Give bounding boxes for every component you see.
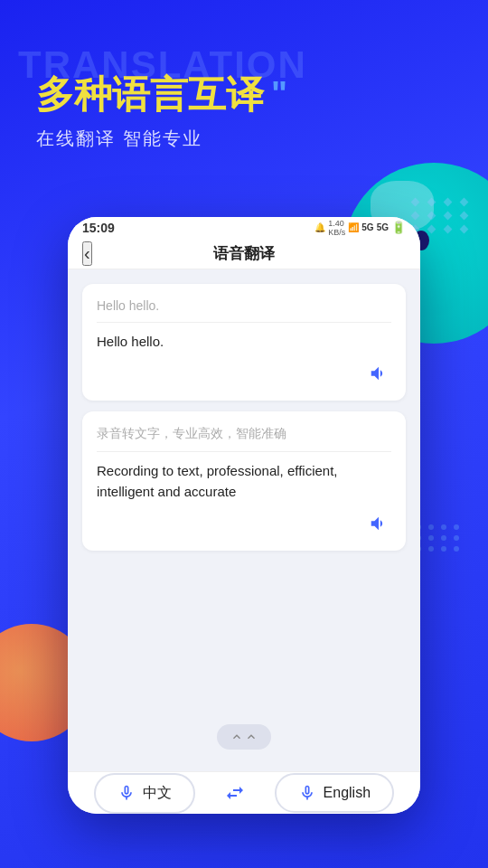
card2-input: 录音转文字，专业高效，智能准确 — [97, 426, 391, 452]
card1-input: Hello hello. — [97, 298, 391, 323]
back-button[interactable]: ‹ — [82, 241, 92, 266]
scroll-indicator — [82, 717, 406, 757]
speaker-icon-1 — [369, 363, 389, 383]
chinese-label: 中文 — [143, 784, 172, 803]
headline-text: 多种语言互译 — [36, 72, 264, 118]
blank-area — [82, 561, 406, 706]
hero-headline: 多种语言互译 " — [36, 72, 287, 118]
chinese-lang-button[interactable]: 中文 — [94, 773, 195, 814]
sim-icon: 📶 — [348, 222, 359, 232]
quote-marks: " — [271, 74, 287, 116]
chevron-up-icon — [230, 730, 244, 744]
app-content: Hello hello. Hello hello. 录音转文字，专业高效，智能准… — [68, 269, 420, 772]
translation-card-1: Hello hello. Hello hello. — [82, 284, 406, 401]
mic-icon-english — [298, 784, 316, 802]
card1-speaker-button[interactable] — [366, 361, 391, 386]
data-speed: 1.40KB/s — [328, 219, 345, 237]
card2-speaker-button[interactable] — [366, 511, 391, 536]
5g-label2: 5G — [377, 222, 389, 232]
card2-output: Recording to text, professional, efficie… — [97, 461, 391, 502]
card1-output: Hello hello. — [97, 332, 391, 353]
swap-languages-button[interactable] — [219, 777, 251, 809]
bottom-bar: 中文 English — [68, 771, 420, 814]
app-title: 语音翻译 — [213, 243, 275, 264]
translation-card-2: 录音转文字，专业高效，智能准确 Recording to text, profe… — [82, 411, 406, 551]
battery-icon: 🔋 — [391, 221, 406, 234]
hero-section: 多种语言互译 " 在线翻译 智能专业 — [36, 72, 287, 151]
swap-icon — [224, 782, 246, 804]
status-time: 15:09 — [82, 221, 115, 235]
speaker-icon-2 — [369, 514, 389, 533]
5g-label1: 5G — [361, 222, 373, 232]
english-lang-button[interactable]: English — [275, 773, 394, 813]
background: TRANSLATION 多种语言互译 " 在线翻译 智能专业 15:09 🔔 — [0, 0, 488, 868]
app-header: ‹ 语音翻译 — [68, 239, 420, 269]
phone-mockup: 15:09 🔔 1.40KB/s 📶 5G 5G 🔋 ‹ 语音翻译 — [68, 217, 420, 814]
status-icons: 🔔 1.40KB/s 📶 5G 5G 🔋 — [314, 219, 406, 237]
deco-diamond-dots — [412, 199, 470, 232]
hero-subheadline: 在线翻译 智能专业 — [36, 127, 287, 151]
status-bar: 15:09 🔔 1.40KB/s 📶 5G 5G 🔋 — [68, 217, 420, 239]
mic-icon-chinese — [117, 784, 136, 802]
english-label: English — [324, 785, 371, 801]
signal-icon: 🔔 — [314, 222, 325, 232]
chevron-up-icon-2 — [244, 730, 258, 744]
scroll-up-button[interactable] — [217, 724, 271, 750]
